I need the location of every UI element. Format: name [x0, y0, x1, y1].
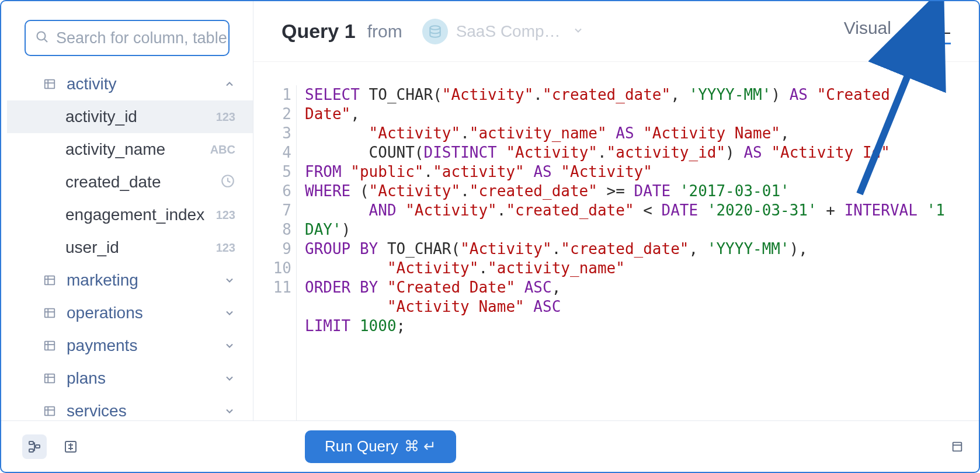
column-row-engagement_index[interactable]: engagement_index123 [7, 199, 253, 231]
svg-rect-22 [29, 441, 33, 444]
svg-point-21 [430, 26, 440, 30]
content-area: Query 1 from SaaS Comp… Visual SQL [253, 1, 979, 420]
type-badge: 123 [216, 208, 235, 222]
tab-visual[interactable]: Visual [844, 18, 891, 44]
sql-editor[interactable]: 1234567891011 SELECT TO_CHAR("Activity".… [253, 62, 979, 420]
table-label: activity [67, 75, 224, 93]
svg-rect-23 [29, 449, 33, 452]
chevron-down-icon [224, 340, 235, 352]
mode-tabs: Visual SQL [844, 18, 951, 44]
table-row-operations[interactable]: operations [7, 297, 253, 329]
tab-sql[interactable]: SQL [916, 18, 951, 44]
search-input[interactable] [56, 29, 253, 47]
svg-rect-24 [36, 445, 40, 448]
search-box[interactable] [25, 20, 230, 56]
from-label: from [367, 22, 402, 41]
footer-bar: Run Query ⌘ ↵ [1, 420, 979, 472]
variables-toggle[interactable] [58, 434, 83, 459]
line-gutter: 1234567891011 [271, 85, 297, 420]
run-query-label: Run Query [325, 437, 398, 455]
table-icon [43, 405, 56, 418]
query-header: Query 1 from SaaS Comp… Visual SQL [253, 1, 979, 62]
datasource-label: SaaS Comp… [456, 22, 561, 41]
query-title: Query 1 [282, 20, 356, 43]
table-icon [43, 307, 56, 319]
svg-rect-6 [45, 276, 55, 285]
svg-rect-9 [45, 309, 55, 318]
chevron-down-icon [224, 307, 235, 319]
column-label: activity_name [65, 140, 210, 159]
table-row-plans[interactable]: plans [7, 362, 253, 395]
table-label: payments [67, 336, 224, 355]
search-container [1, 20, 253, 68]
chevron-down-icon [224, 373, 235, 384]
chevron-down-icon [224, 405, 235, 417]
type-badge: 123 [216, 241, 235, 255]
column-label: activity_id [65, 107, 216, 126]
main-row: activityactivity_id123activity_nameABCcr… [1, 1, 979, 420]
search-icon [35, 30, 49, 46]
datasource-selector[interactable]: SaaS Comp… [416, 16, 590, 47]
column-label: created_date [65, 173, 220, 192]
table-icon [43, 372, 56, 385]
table-label: operations [67, 304, 224, 322]
type-badge: 123 [216, 110, 235, 124]
svg-rect-15 [45, 374, 55, 383]
svg-rect-2 [45, 80, 55, 89]
column-label: user_id [65, 238, 216, 257]
chevron-down-icon [224, 274, 235, 286]
table-row-marketing[interactable]: marketing [7, 264, 253, 297]
table-icon [43, 78, 56, 91]
table-icon [43, 274, 56, 287]
column-row-created_date[interactable]: created_date [7, 166, 253, 199]
table-label: marketing [67, 271, 224, 290]
chevron-up-icon [224, 78, 235, 90]
svg-rect-18 [45, 407, 55, 416]
sql-code[interactable]: SELECT TO_CHAR("Activity"."created_date"… [297, 85, 951, 420]
table-tree: activityactivity_id123activity_nameABCcr… [1, 68, 253, 420]
table-row-activity[interactable]: activity [7, 68, 253, 100]
maximize-toggle[interactable] [945, 434, 969, 459]
column-row-user_id[interactable]: user_id123 [7, 231, 253, 264]
run-query-button[interactable]: Run Query ⌘ ↵ [305, 430, 456, 463]
chevron-down-icon [572, 25, 584, 39]
svg-line-1 [44, 39, 47, 42]
datasource-icon [422, 19, 448, 44]
schema-sidebar: activityactivity_id123activity_nameABCcr… [1, 1, 253, 420]
type-badge: ABC [210, 143, 235, 156]
table-label: plans [67, 369, 224, 388]
table-row-payments[interactable]: payments [7, 329, 253, 362]
svg-rect-12 [45, 342, 55, 350]
table-icon [43, 339, 56, 352]
table-row-services[interactable]: services [7, 395, 253, 420]
column-label: engagement_index [65, 206, 216, 224]
clock-icon [220, 173, 235, 192]
table-label: services [67, 402, 224, 420]
svg-point-0 [37, 32, 46, 40]
column-row-activity_name[interactable]: activity_nameABC [7, 133, 253, 166]
column-row-activity_id[interactable]: activity_id123 [7, 100, 253, 133]
schema-browser-toggle[interactable] [22, 434, 47, 459]
run-query-shortcut: ⌘ ↵ [404, 437, 436, 455]
app-window: activityactivity_id123activity_nameABCcr… [0, 0, 980, 473]
svg-rect-29 [953, 442, 962, 451]
